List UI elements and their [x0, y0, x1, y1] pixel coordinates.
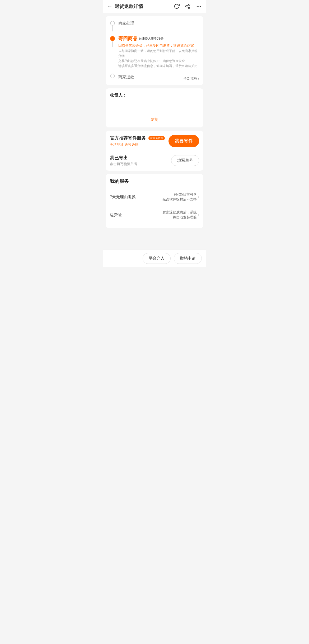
step2-row: 寄回商品 还剩6天8时03分 [118, 36, 199, 41]
timeline-line-1 [112, 26, 113, 31]
step3-label: 商家退款 [118, 74, 134, 80]
timeline-step-3: 商家退款 全部流程 › [110, 73, 199, 81]
step2-desc1: 因您是优质会员，已享受闪电退货，请退货给商家 [118, 43, 199, 49]
shipped-title: 我已寄出 [110, 155, 137, 161]
more-icon[interactable] [196, 3, 202, 9]
header-right [174, 3, 202, 9]
timeline-card: 商家处理 寄回商品 还剩6天8时03分 因您是优质会员，已享受闪电退货，请退货给… [106, 16, 203, 85]
fill-number-button[interactable]: 填写单号 [171, 155, 199, 166]
cancel-button[interactable]: 撤销申请 [174, 253, 202, 264]
my-services-card: 我的服务 7天无理由退换 9月25日前可享光盘软件拆封后不支持 › 运费险 卖家… [106, 174, 203, 228]
page-title: 退货退款详情 [115, 3, 143, 9]
bottom-spacer [103, 231, 206, 250]
dot-area-3 [110, 73, 115, 78]
platform-button[interactable]: 平台介入 [143, 253, 171, 264]
divider-1 [110, 151, 199, 151]
official-service-title-row: 官方推荐寄件服务 首重免费寄 [110, 135, 165, 141]
step2-desc4: 请填写真实退货物流信息，逾期未填写，退货申请将关闭 [118, 64, 199, 69]
step2-desc2: 未与商家协商一致，请勿使用到付或平邮，以免商家拒签货物 [118, 49, 199, 59]
step2-label: 寄回商品 [118, 36, 137, 41]
all-flow-arrow-icon: › [198, 77, 199, 81]
copy-button[interactable]: 复制 [151, 117, 158, 122]
bottom-bar: 平台介入 撤销申请 [103, 250, 206, 267]
row-arrow-icon-0: › [198, 194, 199, 199]
svg-point-6 [198, 6, 199, 7]
service-row-right-0: 9月25日前可享光盘软件拆封后不支持 › [162, 192, 199, 202]
svg-point-5 [197, 6, 198, 7]
official-service-main: 官方推荐寄件服务 首重免费寄 免填地址 丢损必赔 我要寄件 [110, 135, 199, 147]
step3-row: 商家退款 全部流程 › [118, 73, 199, 81]
timeline-content-2: 寄回商品 还剩6天8时03分 因您是优质会员，已享受闪电退货，请退货给商家 未与… [118, 36, 199, 69]
all-flow-btn[interactable]: 全部流程 › [184, 74, 199, 81]
refresh-icon[interactable] [174, 3, 180, 9]
svg-line-3 [187, 7, 189, 8]
service-row-1[interactable]: 运费险 卖家退款成功后，系统将自动发起理赔 › [110, 206, 199, 224]
receiver-card: 收货人： 复制 [106, 88, 203, 127]
timeline-line-2 [112, 41, 113, 47]
timeline-dot-1 [110, 21, 115, 26]
timeline-step-2: 寄回商品 还剩6天8时03分 因您是优质会员，已享受闪电退货，请退货给商家 未与… [110, 36, 199, 73]
send-button[interactable]: 我要寄件 [168, 135, 199, 147]
service-row-0[interactable]: 7天无理由退换 9月25日前可享光盘软件拆封后不支持 › [110, 188, 199, 206]
step2-time: 还剩6天8时03分 [139, 36, 164, 41]
back-icon[interactable]: ← [107, 3, 113, 9]
service-row-value-1: 卖家退款成功后，系统将自动发起理赔 [162, 210, 197, 220]
timeline: 商家处理 寄回商品 还剩6天8时03分 因您是优质会员，已享受闪电退货，请退货给… [110, 20, 199, 81]
official-service-title: 官方推荐寄件服务 [110, 136, 146, 141]
shipped-sub: 点击填写物流单号 [110, 162, 137, 166]
service-row-value-0: 9月25日前可享光盘软件拆封后不支持 [162, 192, 197, 202]
receiver-label: 收货人： [110, 93, 199, 98]
header: ← 退货退款详情 [103, 0, 206, 13]
receiver-address-area [110, 101, 199, 112]
my-services-title: 我的服务 [110, 178, 199, 184]
step2-desc3: 交易的钱款还在天猫中间账户，确保您资金安全 [118, 59, 199, 64]
timeline-dot-3 [110, 74, 115, 78]
row-arrow-icon-1: › [198, 212, 199, 217]
official-service-card: 官方推荐寄件服务 首重免费寄 免填地址 丢损必赔 我要寄件 我已寄出 点击填写物… [106, 131, 203, 171]
timeline-content-1: 商家处理 [118, 20, 199, 26]
svg-line-4 [187, 5, 189, 6]
service-row-label-1: 运费险 [110, 212, 122, 217]
service-row-right-1: 卖家退款成功后，系统将自动发起理赔 › [162, 210, 199, 220]
share-icon[interactable] [185, 3, 191, 9]
step2-desc: 因您是优质会员，已享受闪电退货，请退货给商家 未与商家协商一致，请勿使用到付或平… [118, 43, 199, 69]
dot-area-1 [110, 20, 115, 31]
timeline-dot-2 [110, 36, 115, 41]
step1-label: 商家处理 [118, 21, 134, 25]
svg-point-7 [200, 6, 201, 7]
all-flow-label: 全部流程 [184, 76, 197, 81]
shipped-row: 我已寄出 点击填写物流单号 填写单号 [110, 155, 199, 166]
timeline-content-3: 商家退款 全部流程 › [118, 73, 199, 81]
dot-area-2 [110, 36, 115, 47]
free-badge: 首重免费寄 [148, 136, 165, 140]
official-service-left: 官方推荐寄件服务 首重免费寄 免填地址 丢损必赔 [110, 135, 165, 147]
shipped-left: 我已寄出 点击填写物流单号 [110, 155, 137, 166]
timeline-step-1: 商家处理 [110, 20, 199, 36]
service-row-label-0: 7天无理由退换 [110, 194, 136, 199]
copy-button-area: 复制 [110, 117, 199, 122]
header-left: ← 退货退款详情 [107, 3, 143, 9]
official-service-sub: 免填地址 丢损必赔 [110, 142, 165, 147]
